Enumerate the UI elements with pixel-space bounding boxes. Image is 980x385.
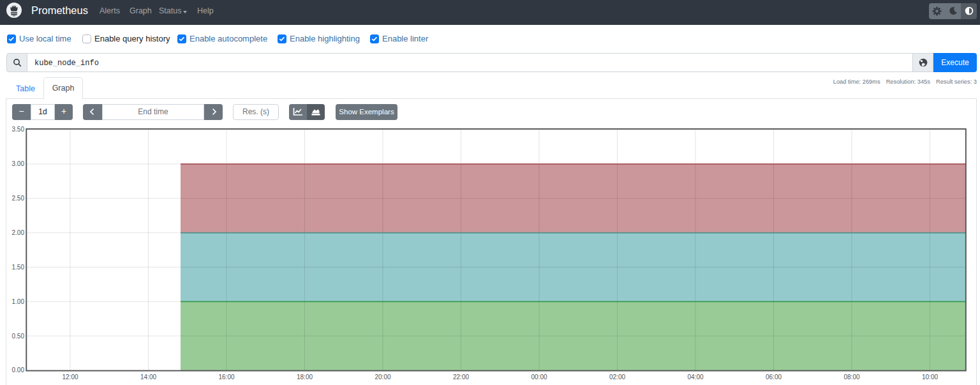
svg-text:2.00: 2.00 xyxy=(12,229,25,236)
svg-text:04:00: 04:00 xyxy=(687,374,703,381)
svg-text:06:00: 06:00 xyxy=(766,374,782,381)
svg-text:2.50: 2.50 xyxy=(12,195,25,202)
svg-text:1.50: 1.50 xyxy=(12,264,25,271)
svg-text:12:00: 12:00 xyxy=(62,374,78,381)
svg-text:0.00: 0.00 xyxy=(12,366,25,374)
svg-text:22:00: 22:00 xyxy=(453,374,469,381)
svg-text:14:00: 14:00 xyxy=(140,374,156,381)
svg-text:10:00: 10:00 xyxy=(922,374,938,381)
svg-text:00:00: 00:00 xyxy=(531,374,547,381)
svg-text:0.50: 0.50 xyxy=(12,333,25,340)
svg-text:02:00: 02:00 xyxy=(609,374,625,381)
svg-text:1.00: 1.00 xyxy=(12,298,25,305)
svg-text:20:00: 20:00 xyxy=(375,374,390,381)
svg-text:16:00: 16:00 xyxy=(218,374,234,381)
svg-text:18:00: 18:00 xyxy=(297,374,313,381)
svg-text:3.00: 3.00 xyxy=(12,160,25,167)
svg-text:3.50: 3.50 xyxy=(12,126,25,133)
svg-text:08:00: 08:00 xyxy=(843,374,859,381)
